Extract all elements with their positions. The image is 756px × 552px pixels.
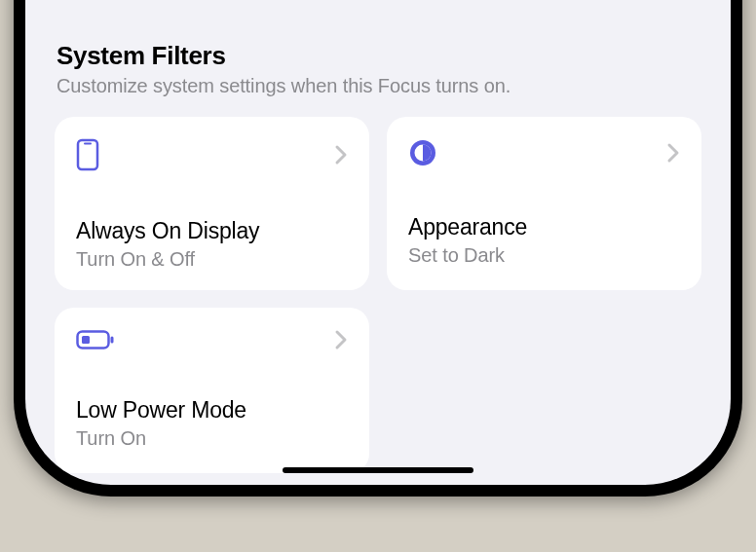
filter-card-title: Always On Display: [76, 218, 348, 244]
battery-icon: [76, 329, 115, 350]
filter-card-title: Low Power Mode: [76, 397, 348, 423]
filter-card-subtitle: Turn On & Off: [76, 248, 348, 271]
filter-grid: Always On Display Turn On & Off: [55, 117, 701, 473]
screen: System Filters Customize system settings…: [25, 0, 731, 485]
appearance-icon: [408, 138, 437, 167]
section-title: System Filters: [57, 41, 701, 71]
filter-card-appearance[interactable]: Appearance Set to Dark: [387, 117, 701, 290]
phone-frame: System Filters Customize system settings…: [14, 0, 742, 497]
section-subtitle: Customize system settings when this Focu…: [57, 75, 701, 97]
phone-icon: [76, 138, 99, 171]
home-indicator[interactable]: [283, 467, 473, 473]
filter-card-subtitle: Set to Dark: [408, 244, 680, 267]
filter-card-always-on-display[interactable]: Always On Display Turn On & Off: [55, 117, 369, 290]
filter-card-subtitle: Turn On: [76, 427, 348, 450]
filter-card-low-power-mode[interactable]: Low Power Mode Turn On: [55, 308, 369, 473]
svg-rect-8: [111, 337, 114, 344]
chevron-right-icon: [334, 329, 348, 350]
filter-card-title: Appearance: [408, 214, 680, 240]
chevron-right-icon: [334, 144, 348, 166]
chevron-right-icon: [666, 142, 680, 164]
svg-rect-7: [82, 336, 90, 344]
